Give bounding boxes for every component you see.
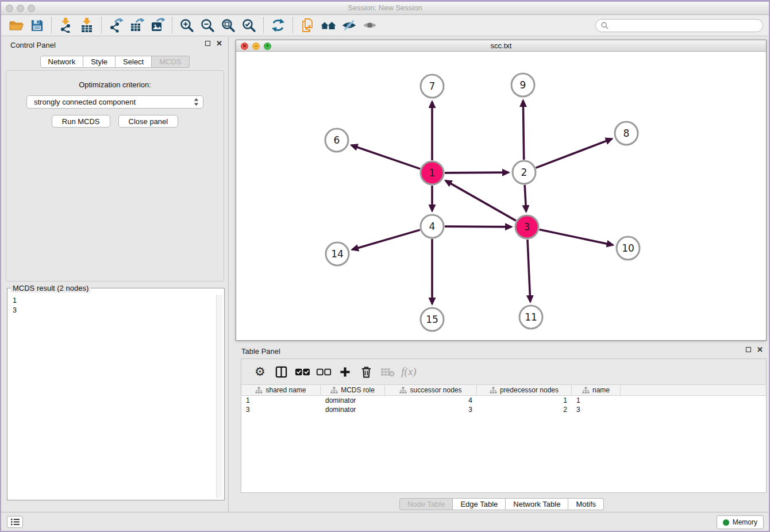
trash-icon (361, 366, 372, 378)
show-columns-button[interactable] (271, 362, 292, 381)
close-table-panel-button[interactable]: ✕ (757, 347, 763, 352)
export-network-icon (109, 18, 124, 33)
select-all-button[interactable] (292, 362, 313, 381)
zoom-out-button[interactable] (197, 17, 218, 34)
table-cell[interactable]: 2 (477, 405, 572, 414)
control-panel: Control Panel ✕ NetworkStyleSelectMCDS O… (1, 37, 229, 512)
graph-node-label-10: 10 (622, 242, 634, 254)
column-header-predecessor-nodes[interactable]: predecessor nodes (477, 385, 572, 395)
zoom-fit-button[interactable] (218, 17, 238, 34)
table-toolbar: ⚙ f(x) (241, 359, 766, 385)
search-input[interactable] (611, 21, 757, 29)
network-maximize-button[interactable]: + (264, 43, 271, 50)
network-canvas[interactable]: 7968124314101511 (236, 52, 766, 340)
node-table-container: ⚙ f(x) (241, 358, 767, 493)
float-panel-button[interactable] (205, 41, 210, 46)
zoom-out-icon (200, 18, 215, 33)
hide-selected-button[interactable] (338, 17, 359, 34)
graph-node-label-3: 3 (524, 221, 530, 233)
table-row[interactable]: 3dominator323 (241, 405, 766, 414)
minimize-window-button[interactable] (17, 5, 24, 12)
table-cell[interactable]: 3 (241, 405, 321, 414)
import-table-button[interactable] (76, 17, 97, 34)
memory-button[interactable]: Memory (717, 515, 764, 529)
search-field[interactable] (595, 19, 763, 32)
add-row-button[interactable] (334, 362, 356, 381)
graph-edge-2-3[interactable] (525, 185, 526, 211)
network-minimize-button[interactable]: – (252, 43, 260, 50)
table-settings-button[interactable]: ⚙ (249, 362, 271, 381)
delete-row-button[interactable] (356, 362, 377, 381)
show-all-button[interactable] (359, 17, 380, 34)
import-network-button[interactable] (56, 17, 76, 34)
tab-network[interactable]: Network (40, 56, 83, 68)
table-cell[interactable]: 1 (572, 396, 621, 405)
table-row[interactable]: 1dominator411 (241, 396, 766, 405)
clear-selection-button[interactable] (313, 362, 334, 381)
result-scrollbar[interactable] (216, 295, 222, 498)
export-table-button[interactable] (126, 17, 147, 34)
export-network-button[interactable] (106, 17, 126, 34)
column-header-successor-nodes[interactable]: successor nodes (385, 385, 477, 395)
tab-motifs[interactable]: Motifs (568, 498, 604, 510)
task-history-button[interactable] (7, 516, 23, 528)
home-icon (321, 18, 336, 33)
close-panel-button[interactable]: ✕ (216, 41, 222, 46)
close-window-button[interactable] (6, 5, 13, 12)
zoom-selected-button[interactable] (238, 17, 259, 34)
table-cell[interactable]: 3 (385, 405, 477, 414)
graph-node-label-1: 1 (429, 167, 436, 179)
refresh-button[interactable] (268, 17, 288, 34)
table-cell[interactable]: 4 (385, 396, 477, 405)
memory-label: Memory (733, 518, 757, 526)
tab-edge-table[interactable]: Edge Table (453, 498, 506, 510)
tab-node-table[interactable]: Node Table (399, 498, 453, 510)
tab-select[interactable]: Select (116, 56, 152, 68)
graph-edge-4-3[interactable] (445, 226, 511, 227)
network-window-titlebar[interactable]: ✕ – + scc.txt (236, 40, 766, 52)
application-window: Session: New Session (1, 2, 769, 531)
graph-edge-1-2[interactable] (445, 172, 509, 173)
graph-edge-2-8[interactable] (536, 139, 612, 168)
graph-edge-3-10[interactable] (540, 230, 613, 245)
zoom-window-button[interactable] (28, 5, 35, 12)
duplicate-network-button[interactable] (297, 17, 318, 34)
graph-edge-4-14[interactable] (352, 230, 420, 249)
graph-edge-3-11[interactable] (528, 240, 530, 302)
table-cell[interactable]: 1 (241, 396, 321, 405)
close-panel-button-2[interactable]: Close panel (118, 115, 179, 128)
run-mcds-button[interactable]: Run MCDS (52, 115, 110, 128)
graph-node-label-8: 8 (623, 128, 630, 139)
column-header-mcds-role[interactable]: MCDS role (321, 385, 385, 395)
network-graph[interactable]: 7968124314101511 (236, 52, 766, 341)
column-header-name[interactable]: name (572, 385, 621, 395)
graph-edge-1-6[interactable] (352, 145, 421, 169)
columns-icon (275, 366, 287, 378)
graph-edge-2-9[interactable] (523, 101, 523, 160)
column-header-shared-name[interactable]: shared name (241, 385, 321, 395)
toolbar-separator (51, 17, 52, 33)
network-window-title: scc.txt (491, 41, 512, 50)
mcds-result-text[interactable]: 13 (9, 295, 215, 498)
table-cell[interactable]: 3 (572, 405, 621, 414)
float-table-panel-button[interactable] (746, 347, 751, 352)
graph-node-label-11: 11 (525, 311, 537, 323)
tab-mcds[interactable]: MCDS (152, 56, 189, 68)
table-body: 1dominator4113dominator323 (241, 396, 766, 414)
home-button[interactable] (318, 17, 338, 34)
table-cell[interactable]: dominator (321, 396, 385, 405)
select-all-icon (295, 367, 310, 377)
tab-style[interactable]: Style (83, 56, 116, 68)
tab-network-table[interactable]: Network Table (506, 498, 568, 510)
save-session-button[interactable] (26, 17, 47, 34)
table-cell[interactable]: 1 (477, 396, 572, 405)
export-image-icon (150, 18, 165, 33)
graph-edge-3-1[interactable] (445, 180, 515, 221)
open-session-button[interactable] (6, 17, 26, 34)
export-image-button[interactable] (147, 17, 168, 34)
zoom-in-button[interactable] (176, 17, 197, 34)
optimization-criterion-select[interactable]: strongly connected component (26, 95, 203, 109)
table-cell[interactable]: dominator (321, 405, 385, 414)
fx-icon: f(x) (401, 365, 416, 378)
network-close-button[interactable]: ✕ (241, 43, 248, 50)
